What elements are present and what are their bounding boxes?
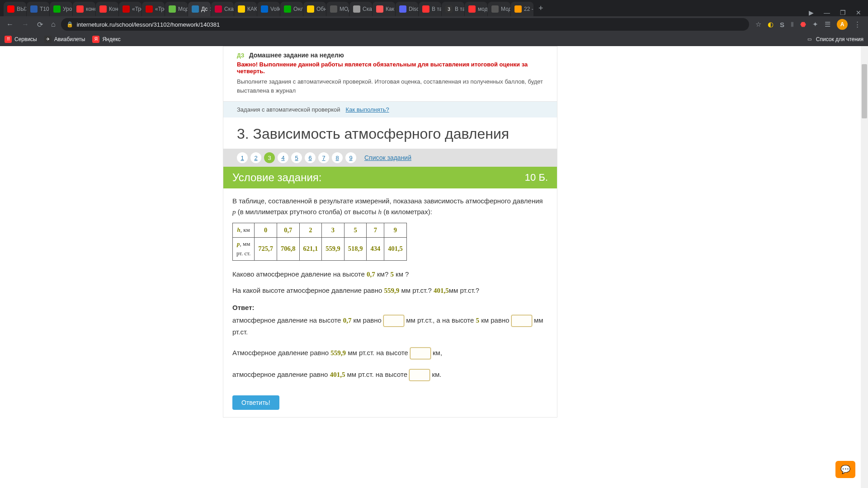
bookmark-item[interactable]: ⠿Сервисы [5, 36, 37, 43]
browser-tab[interactable]: «Треу [119, 2, 142, 16]
bookmark-item[interactable]: ЯЯндекс [92, 36, 120, 43]
condition-label: Условие задания: [232, 171, 321, 184]
browser-tab[interactable]: Мод [488, 2, 510, 16]
browser-tab[interactable]: В таб [419, 2, 441, 16]
reading-list-button[interactable]: ▭ Список для чтения [806, 36, 863, 43]
points-label: 10 Б. [525, 172, 548, 183]
homework-title: Домашнее задание на неделю [249, 52, 344, 59]
forward-button[interactable]: → [19, 19, 32, 30]
answer-input-2[interactable] [511, 315, 532, 327]
page-viewport: ДЗ Домашнее задание на неделю Важно! Вып… [0, 46, 868, 488]
maximize-button[interactable]: ❐ [840, 9, 846, 16]
browser-tab[interactable]: Обно [303, 2, 326, 16]
important-notice: Важно! Выполнение данной работы является… [237, 61, 543, 75]
pager-item[interactable]: 2 [250, 152, 261, 163]
pager-item[interactable]: 5 [291, 152, 302, 163]
ext-adblock-icon[interactable]: ⬣ [800, 20, 806, 28]
bookmark-item[interactable]: ✈Авиабилеты [44, 36, 85, 43]
browser-tab[interactable]: Т10п [27, 2, 49, 16]
task-title: 3. Зависимость атмосферного давления [223, 117, 557, 149]
browser-tab-strip: ВЫЖТ10пУровнконсКонс«Треу«ТреуМодДс✕Скач… [0, 0, 868, 16]
reload-button[interactable]: ⟳ [34, 19, 46, 31]
browser-tab[interactable]: моду [465, 2, 487, 16]
browser-tab[interactable]: ВЫЖ [4, 2, 26, 16]
answer-label: Ответ: [232, 304, 255, 311]
close-window-button[interactable]: ✕ [856, 9, 861, 16]
browser-tab[interactable]: МОД [326, 2, 349, 16]
close-tab-icon[interactable]: ✕ [209, 6, 211, 13]
autocheck-bar: Задания с автоматической проверкой Как в… [223, 102, 557, 117]
window-controls: ▶ — ❐ ✕ [809, 9, 868, 16]
dz-badge: ДЗ [237, 52, 244, 59]
home-button[interactable]: ⌂ [48, 19, 58, 30]
autocheck-text: Задания с автоматической проверкой [237, 106, 340, 113]
browser-tab[interactable]: Как у [373, 2, 395, 16]
browser-tab[interactable]: Конс [96, 2, 118, 16]
browser-tab[interactable]: Онла [280, 2, 303, 16]
pager-item[interactable]: 1 [237, 152, 248, 163]
new-tab-button[interactable]: + [534, 4, 548, 13]
back-button[interactable]: ← [4, 19, 16, 30]
reading-list-icon: ▭ [806, 36, 813, 43]
homework-header: ДЗ Домашнее задание на неделю Важно! Вып… [223, 47, 557, 102]
scrollbar[interactable] [861, 46, 868, 488]
yandex-icon[interactable]: ◐ [768, 20, 774, 28]
task-pager: 123456789 Список заданий [223, 149, 557, 167]
minimize-button[interactable]: — [824, 9, 830, 16]
pager-item[interactable]: 3 [264, 152, 275, 163]
media-icon[interactable]: ▶ [809, 9, 814, 16]
profile-avatar[interactable]: A [837, 19, 848, 30]
answer-input-4[interactable] [409, 369, 430, 381]
ext-icon-1[interactable]: ⫴ [791, 20, 794, 28]
browser-tab[interactable]: конс [73, 2, 95, 16]
browser-tab[interactable]: 22 - В [511, 2, 533, 16]
browser-tab[interactable]: Volks [257, 2, 280, 16]
reading-list-icon[interactable]: ☰ [825, 20, 830, 28]
bookmarks-bar: ⠿Сервисы✈АвиабилетыЯЯндекс ▭ Список для … [0, 33, 868, 46]
ext-s-icon[interactable]: S [780, 21, 784, 28]
browser-tab[interactable]: Дс✕ [188, 2, 211, 16]
pager-item[interactable]: 4 [278, 152, 288, 163]
data-table: h, км00,723579 p, ммрт. ст.725,7706,8621… [232, 223, 407, 261]
extensions-icon[interactable]: ✦ [812, 20, 818, 28]
browser-tab[interactable]: «Треу [142, 2, 165, 16]
chat-fab[interactable]: 💬 [835, 461, 855, 478]
browser-tab[interactable]: Мод [165, 2, 188, 16]
answer-input-3[interactable] [410, 347, 431, 359]
browser-tab[interactable]: Disco [396, 2, 418, 16]
browser-tab[interactable]: 3В таб [442, 2, 464, 16]
pager-item[interactable]: 7 [318, 152, 329, 163]
browser-tab[interactable]: Скач [211, 2, 234, 16]
condition-bar: Условие задания: 10 Б. [223, 167, 557, 188]
address-bar: ← → ⟳ ⌂ 🔒 interneturok.ru/school/lesson/… [0, 16, 868, 33]
answer-input-1[interactable] [383, 315, 404, 327]
task-body: В таблице, составленной в результате изм… [223, 188, 557, 388]
browser-tab[interactable]: Уровн [50, 2, 72, 16]
browser-tab[interactable]: Скач [349, 2, 372, 16]
browser-tab[interactable]: КАК [234, 2, 257, 16]
task-list-link[interactable]: Список заданий [364, 154, 411, 161]
submit-button[interactable]: Ответить! [232, 395, 279, 410]
url-text: interneturok.ru/school/lesson/31102/home… [77, 21, 220, 28]
url-input[interactable]: 🔒 interneturok.ru/school/lesson/31102/ho… [61, 18, 749, 31]
how-to-link[interactable]: Как выполнять? [346, 106, 389, 113]
pager-item[interactable]: 8 [332, 152, 343, 163]
menu-icon[interactable]: ⋮ [854, 20, 861, 28]
homework-desc: Выполните задания с автоматической прове… [237, 77, 543, 95]
lock-icon: 🔒 [66, 21, 73, 28]
pager-item[interactable]: 9 [345, 152, 356, 163]
star-icon[interactable]: ☆ [755, 20, 761, 28]
pager-item[interactable]: 6 [305, 152, 316, 163]
